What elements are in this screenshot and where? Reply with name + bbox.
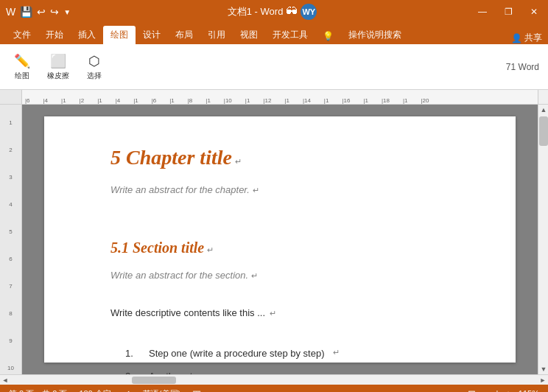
ruler-corner xyxy=(0,90,22,104)
section-pilcrow: ↵ xyxy=(207,245,214,255)
chapter-pilcrow: ↵ xyxy=(235,157,242,167)
zoom-minus-button[interactable]: − xyxy=(483,388,489,393)
chapter-abstract-pilcrow: ↵ xyxy=(253,186,259,195)
window-controls: — ❐ ✕ xyxy=(474,5,542,18)
read-mode-icon[interactable]: ≡ xyxy=(438,388,444,393)
language: 英语(美国) xyxy=(143,388,180,393)
ruler-body: |6 |4 |1 |2 |1 |4 |1 |6 |1 |8 |1 |10 |1 … xyxy=(22,90,538,104)
close-button[interactable]: ✕ xyxy=(526,5,542,18)
word-icon: W xyxy=(6,6,15,18)
status-bar: 第 2 页，共 2 页 189 个字 ✓ 英语(美国) ▦ ≡ ▭ ⊞ − | … xyxy=(0,385,548,392)
tab-file[interactable]: 文件 xyxy=(6,26,38,44)
ruler-right xyxy=(538,90,548,105)
status-right: ≡ ▭ ⊞ − | + 115% xyxy=(438,388,539,393)
tab-help-icon[interactable]: 💡 xyxy=(315,28,341,44)
scroll-thumb-v[interactable] xyxy=(539,116,548,146)
share-label: 共享 xyxy=(524,32,542,44)
avatar[interactable]: WY xyxy=(301,4,317,20)
body-text[interactable]: Write descriptive contents like this ... xyxy=(110,307,265,318)
scroll-right-button[interactable]: ► xyxy=(538,375,548,385)
section-title: 5.1 Section title xyxy=(110,239,204,256)
list-pilcrow-1: ↵ xyxy=(333,348,340,359)
scroll-area[interactable]: 5 Chapter title ↵ Write an abstract for … xyxy=(22,105,538,374)
horizontal-scrollbar[interactable]: ◄ ► xyxy=(0,374,548,385)
chapter-abstract-row: Write an abstract for the chapter. ↵ xyxy=(110,184,464,217)
list-item-2[interactable]: 2. Another step ↵ xyxy=(110,371,464,374)
chapter-title-row: 5 Chapter title ↵ xyxy=(110,146,464,184)
ribbon-tabs: 文件 开始 插入 绘图 设计 布局 引用 视图 开发工具 💡 操作说明搜索 👤 … xyxy=(0,24,548,44)
document[interactable]: 5 Chapter title ↵ Write an abstract for … xyxy=(44,116,516,363)
ruler: |6 |4 |1 |2 |1 |4 |1 |6 |1 |8 |1 |10 |1 … xyxy=(0,90,548,105)
tab-design[interactable]: 设计 xyxy=(136,26,168,44)
chapter-abstract[interactable]: Write an abstract for the chapter. xyxy=(110,184,250,195)
zoom-plus-button[interactable]: + xyxy=(505,388,511,393)
tab-developer[interactable]: 开发工具 xyxy=(265,26,315,44)
web-layout-icon[interactable]: ⊞ xyxy=(468,388,476,393)
save-icon[interactable]: 💾 xyxy=(20,6,32,18)
zoom-level[interactable]: 115% xyxy=(519,389,539,392)
list-num-2: 2. xyxy=(125,371,140,374)
list-text-2[interactable]: Another step xyxy=(149,371,203,374)
body-text-pilcrow: ↵ xyxy=(270,309,276,318)
proofing-icon[interactable]: ✓ xyxy=(123,388,131,393)
tab-home[interactable]: 开始 xyxy=(38,26,71,44)
share-area: 👤 共享 xyxy=(511,32,542,44)
restore-button[interactable]: ❐ xyxy=(500,5,517,18)
scroll-track-v[interactable] xyxy=(538,147,548,364)
redo-icon[interactable]: ↪ xyxy=(50,6,59,18)
body-text-row: Write descriptive contents like this ...… xyxy=(110,307,464,333)
toolbar-btn-placeholder[interactable]: ✏️ 绘图 xyxy=(9,50,35,84)
share-button[interactable]: 👤 共享 xyxy=(511,32,542,44)
scroll-down-button[interactable]: ▼ xyxy=(538,364,548,374)
tab-view[interactable]: 视图 xyxy=(233,26,265,44)
list-pilcrow-2: ↵ xyxy=(212,371,219,374)
title-bar: W 💾 ↩ ↪ ▼ 文档1 - Word 🕶 WY — ❐ ✕ xyxy=(0,0,548,24)
title-bar-center: 文档1 - Word 🕶 WY xyxy=(228,4,317,20)
eraser-icon: ⬜ xyxy=(50,53,66,69)
pencil-icon: ✏️ xyxy=(14,53,30,69)
minimize-button[interactable]: — xyxy=(474,5,491,18)
print-layout-icon[interactable]: ▭ xyxy=(452,388,460,393)
ruler-marks: |6 |4 |1 |2 |1 |4 |1 |6 |1 |8 |1 |10 |1 … xyxy=(22,90,538,104)
select-icon: ⬡ xyxy=(88,53,100,69)
main-area: 1 2 3 4 5 6 7 8 9 10 11 12 13 5 Chapter … xyxy=(0,105,548,374)
layout-icon[interactable]: ▦ xyxy=(192,388,201,393)
tab-layout[interactable]: 布局 xyxy=(168,26,200,44)
tab-search[interactable]: 操作说明搜索 xyxy=(341,26,409,44)
quick-access-more[interactable]: ▼ xyxy=(63,8,71,16)
chapter-title: 5 Chapter title xyxy=(110,146,232,169)
margin-ruler-marks: 1 2 3 4 5 6 7 8 9 10 11 12 13 xyxy=(0,105,21,392)
tab-references[interactable]: 引用 xyxy=(200,26,233,44)
scroll-thumb-h[interactable] xyxy=(132,377,176,384)
document-title: 文档1 - Word xyxy=(228,5,284,18)
char-count: 189 个字 xyxy=(79,388,110,393)
tab-draw[interactable]: 绘图 xyxy=(103,26,136,44)
status-left: 第 2 页，共 2 页 189 个字 ✓ 英语(美国) ▦ xyxy=(9,388,201,393)
margin-ruler: 1 2 3 4 5 6 7 8 9 10 11 12 13 xyxy=(0,105,22,374)
title-bar-left: W 💾 ↩ ↪ ▼ xyxy=(6,6,71,18)
list-text-1[interactable]: Step one (write a procedure step by step… xyxy=(149,348,324,359)
tab-insert[interactable]: 插入 xyxy=(71,26,103,44)
toolbar: ✏️ 绘图 ⬜ 橡皮擦 ⬡ 选择 71 Word xyxy=(0,44,548,90)
section-title-row: 5.1 Section title ↵ xyxy=(110,239,464,270)
word-count: 71 Word xyxy=(506,62,539,72)
list-num-1: 1. xyxy=(125,348,140,359)
toolbar-eraser[interactable]: ⬜ 橡皮擦 xyxy=(43,50,74,84)
toolbar-select[interactable]: ⬡ 选择 xyxy=(81,50,108,84)
section-abstract[interactable]: Write an abstract for the section. xyxy=(110,270,248,281)
undo-icon[interactable]: ↩ xyxy=(37,6,46,18)
scroll-up-button[interactable]: ▲ xyxy=(538,105,548,115)
vertical-scrollbar[interactable]: ▲ ▼ xyxy=(538,105,548,374)
glasses-icon: 🕶 xyxy=(286,5,298,18)
share-icon: 👤 xyxy=(511,33,522,43)
section-abstract-row: Write an abstract for the section. ↵ xyxy=(110,270,464,294)
zoom-bar: | xyxy=(496,389,498,392)
list-item-1[interactable]: 1. Step one (write a procedure step by s… xyxy=(110,348,464,359)
section-abstract-pilcrow: ↵ xyxy=(251,271,258,281)
